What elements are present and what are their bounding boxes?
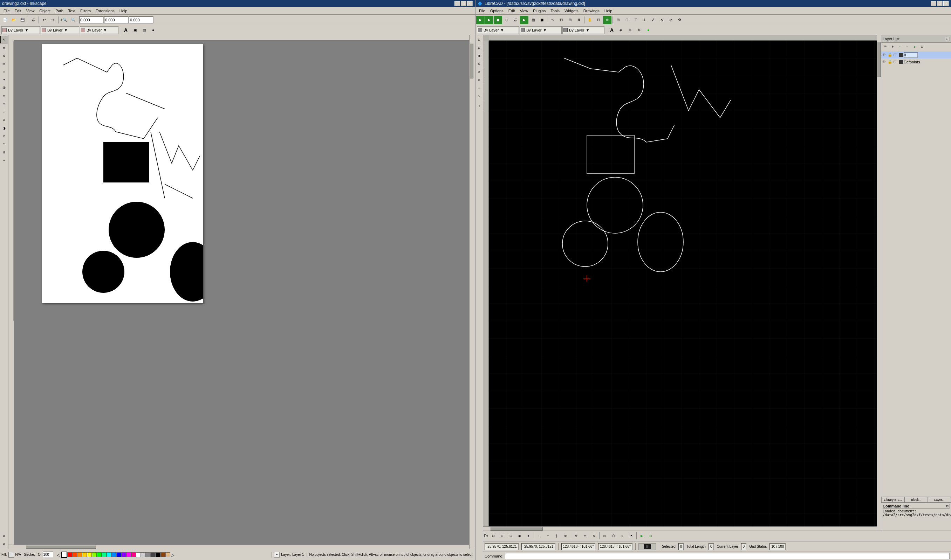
lc-pan-btn[interactable]: ✋: [586, 16, 594, 24]
inkscape-maximize-btn[interactable]: □: [461, 1, 466, 6]
zoom-out-btn[interactable]: -🔍: [68, 16, 77, 24]
lc-scrollbar-h[interactable]: [483, 526, 877, 531]
lc-angle-btn[interactable]: ∠: [649, 16, 657, 24]
palette-cyan[interactable]: [106, 552, 111, 557]
inkscape-canvas[interactable]: [14, 41, 469, 545]
lc-menu-options[interactable]: Options: [488, 8, 506, 13]
scroll-thumb-v[interactable]: [470, 43, 473, 78]
lc-snap-grid[interactable]: ⊞: [476, 44, 483, 51]
lc-print-btn[interactable]: 🖨: [511, 16, 519, 24]
palette-right-arrow[interactable]: ▷: [170, 552, 175, 557]
lc-menu-plugins[interactable]: Plugins: [531, 8, 548, 13]
lc-scroll-thumb-v[interactable]: [877, 42, 880, 77]
color-btn3[interactable]: ▤: [140, 26, 148, 34]
lc-dist-btn[interactable]: ⊴: [658, 16, 666, 24]
opacity-dropdown[interactable]: By Layer ▼: [80, 26, 119, 34]
lc-rel-btn[interactable]: ↺: [572, 532, 581, 540]
lc-snap-end[interactable]: ◉: [476, 52, 483, 60]
lc-snap-on-btn[interactable]: ●: [524, 532, 533, 540]
lc-zoom-btn[interactable]: ⊠: [575, 16, 583, 24]
layer-panel-float-btn[interactable]: ⊡: [945, 37, 949, 41]
color-btn4[interactable]: ●: [149, 26, 157, 34]
lc-green-dot[interactable]: ●: [644, 26, 652, 34]
lc-linewidth-dropdown[interactable]: By Layer ▼: [519, 26, 562, 34]
librecad-canvas[interactable]: [489, 41, 877, 526]
color-btn2[interactable]: ▣: [131, 26, 139, 34]
lc-free-btn[interactable]: ⊡: [507, 532, 515, 540]
rect-tool[interactable]: ▭: [0, 60, 8, 68]
palette-teal-green[interactable]: [102, 552, 106, 557]
layer-up-btn[interactable]: ▲: [911, 43, 918, 51]
lc-print4-btn[interactable]: ▣: [538, 16, 546, 24]
lc-arc-btn[interactable]: ◔: [627, 532, 635, 540]
fill-dropdown[interactable]: By Layer ▼: [2, 26, 40, 34]
open-btn[interactable]: 📂: [9, 16, 18, 24]
lc-new-btn[interactable]: ▶: [476, 16, 485, 24]
menu-edit[interactable]: Edit: [12, 8, 23, 13]
lc-select2-btn[interactable]: ⊡: [557, 16, 566, 24]
lc-snap2-btn[interactable]: ⊥: [640, 16, 649, 24]
librecad-minimize-btn[interactable]: _: [931, 1, 936, 6]
lc-arrow-btn[interactable]: ▶: [638, 532, 646, 540]
menu-file[interactable]: File: [2, 8, 12, 13]
lc-snap-free[interactable]: ⊡: [476, 36, 483, 43]
lc-print3-btn[interactable]: ▤: [529, 16, 537, 24]
inkscape-minimize-btn[interactable]: _: [455, 1, 460, 6]
palette-green[interactable]: [97, 552, 102, 557]
layer-add-btn[interactable]: +: [896, 43, 903, 51]
zoom-minus-tool[interactable]: ⊖: [0, 540, 8, 548]
lc-icon2-btn[interactable]: ⊛: [635, 26, 643, 34]
menu-help[interactable]: Help: [117, 8, 129, 13]
palette-tan[interactable]: [165, 552, 170, 557]
lc-scroll-thumb-h[interactable]: [490, 527, 543, 531]
lc-snap-tan[interactable]: ∿: [476, 92, 483, 100]
lc-snap-btn2[interactable]: ⊞: [498, 532, 506, 540]
gradient-tool[interactable]: ◑: [0, 124, 8, 132]
print-btn[interactable]: 🖨: [29, 16, 37, 24]
lc-snap-center[interactable]: ⊕: [476, 76, 483, 84]
layer-down-btn[interactable]: ⊡: [919, 43, 925, 51]
x-coord-input[interactable]: [79, 17, 104, 23]
select-tool[interactable]: ↖: [0, 36, 8, 43]
star-tool[interactable]: ✦: [0, 76, 8, 84]
layer-row-0[interactable]: 👁 🔒 ⊡: [881, 51, 951, 58]
scroll-thumb-h[interactable]: [26, 545, 96, 549]
layer-list-btn[interactable]: Layer...: [928, 497, 951, 503]
inkscape-scrollbar-v[interactable]: [470, 35, 474, 549]
palette-yellow-green[interactable]: [92, 552, 97, 557]
text-tool[interactable]: A: [0, 116, 8, 124]
inkscape-close-btn[interactable]: ×: [467, 1, 473, 6]
cmd-panel-float-btn[interactable]: ⊡: [945, 504, 949, 508]
lc-marker-btn[interactable]: ◈: [617, 26, 625, 34]
lc-scrollbar-v[interactable]: [877, 35, 881, 531]
menu-text[interactable]: Text: [66, 8, 77, 13]
lc-menu-widgets[interactable]: Widgets: [563, 8, 581, 13]
layer-0-name-input[interactable]: [904, 52, 918, 58]
menu-object[interactable]: Object: [37, 8, 52, 13]
palette-magenta[interactable]: [126, 552, 131, 557]
lc-menu-drawings[interactable]: Drawings: [581, 8, 602, 13]
lc-menu-tools[interactable]: Tools: [549, 8, 562, 13]
palette-dark-gray[interactable]: [151, 552, 156, 557]
lc-grid-btn[interactable]: ⊞: [614, 16, 622, 24]
layer-del-btn[interactable]: −: [904, 43, 911, 51]
lc-menu-view[interactable]: View: [518, 8, 530, 13]
lc-icon-btn[interactable]: ⊚: [626, 26, 634, 34]
lc-del-btn[interactable]: ✕: [590, 532, 598, 540]
pencil-tool[interactable]: ✒: [0, 100, 8, 108]
layer-eye-btn[interactable]: 👁: [882, 43, 889, 51]
lc-menu-edit[interactable]: Edit: [506, 8, 517, 13]
lc-text-size-btn[interactable]: A: [607, 26, 616, 34]
spiral-tool[interactable]: @: [0, 84, 8, 92]
lc-diag-btn[interactable]: ⊕: [561, 532, 570, 540]
lc-circ-btn[interactable]: ○: [618, 532, 627, 540]
lc-snap-btn[interactable]: ⊡: [623, 16, 631, 24]
lc-snap-rel[interactable]: ⊺: [476, 102, 483, 109]
lc-rect2-btn[interactable]: ▭: [601, 532, 609, 540]
palette-brown[interactable]: [160, 552, 165, 557]
lc-move-btn[interactable]: ⊞: [566, 16, 574, 24]
zoom-in-btn[interactable]: +🔍: [60, 16, 68, 24]
inkscape-scrollbar-h[interactable]: [8, 545, 469, 549]
lc-settings-btn[interactable]: ⚙: [675, 16, 684, 24]
stroke-dropdown[interactable]: By Layer ▼: [41, 26, 79, 34]
